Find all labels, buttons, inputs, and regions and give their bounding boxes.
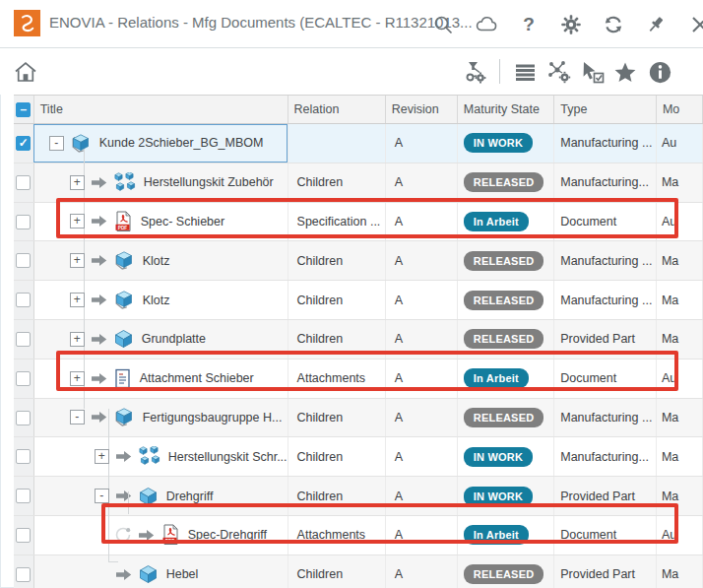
type-cell: Provided Part	[554, 555, 657, 588]
maturity-cell: In Arbeit	[457, 202, 553, 241]
modified-cell: Ma	[656, 163, 702, 202]
column-header-title[interactable]: Title	[33, 96, 288, 124]
expand-toggle-expanded[interactable]: -	[95, 489, 109, 503]
part-cube-icon	[113, 329, 134, 349]
row-title[interactable]: Attachment Schieber	[140, 371, 254, 385]
expand-toggle-expanded[interactable]: -	[49, 136, 64, 151]
select-all-header-cell: –	[14, 96, 33, 124]
relation-arrow-icon	[115, 568, 132, 581]
help-icon[interactable]: ?	[517, 13, 541, 36]
modified-cell: Ma	[656, 398, 702, 437]
row-checkbox[interactable]	[16, 528, 31, 543]
row-checkbox[interactable]	[16, 293, 31, 307]
row-checkbox[interactable]	[16, 411, 31, 425]
modified-cell: Ma	[656, 241, 702, 281]
column-header-type[interactable]: Type	[554, 96, 657, 124]
maturity-cell: In Arbeit	[457, 359, 553, 398]
maturity-cell: In Arbeit	[457, 515, 553, 555]
row-title[interactable]: Drehgriff	[166, 490, 214, 503]
expand-toggle-collapsed[interactable]: +	[70, 332, 85, 347]
row-checkbox-cell	[14, 398, 33, 437]
row-checkbox[interactable]	[16, 175, 31, 190]
type-cell: Manufacturing...	[554, 163, 657, 202]
info-icon[interactable]	[646, 58, 673, 86]
select-all-checkbox[interactable]: –	[16, 102, 31, 117]
expand-toggle-collapsed[interactable]: +	[70, 214, 85, 229]
pin-icon[interactable]	[644, 13, 668, 36]
document-file-icon	[113, 368, 132, 389]
column-header-maturity-state[interactable]: Maturity State	[457, 96, 553, 124]
title-cell: +PDFSpec- Schieber	[33, 202, 288, 241]
type-cell: Manufacturing ...	[554, 281, 657, 320]
column-header-relation[interactable]: Relation	[288, 96, 385, 124]
modified-cell: Au	[656, 515, 702, 555]
modified-cell: Ma	[656, 319, 702, 359]
relation-arrow-icon	[91, 254, 107, 267]
relation-cell: Children	[288, 398, 385, 437]
maturity-state-badge: IN WORK	[464, 447, 533, 467]
refresh-icon[interactable]	[602, 13, 625, 36]
row-title[interactable]: Kunde 2Schieber_BG_MBOM	[99, 136, 264, 150]
row-checkbox[interactable]	[16, 371, 31, 386]
toolbar-divider	[499, 59, 500, 84]
relation-arrow-icon	[91, 411, 107, 424]
type-cell: Manufacturing ...	[554, 124, 657, 163]
row-title[interactable]: Herstellungskit Zubehör	[144, 175, 274, 189]
row-title[interactable]: Fertigungsbaugruppe H...	[143, 411, 283, 425]
row-title[interactable]: Herstellungskit Schr...	[168, 450, 288, 464]
search-icon[interactable]	[431, 13, 455, 36]
column-header-revision[interactable]: Revision	[385, 96, 457, 124]
relation-arrow-icon	[115, 450, 132, 463]
app-title: ENOVIA - Relations - Mfg Documents (ECAL…	[49, 14, 473, 31]
relation-cell: Attachments	[288, 359, 385, 398]
row-title[interactable]: Spec- Schieber	[141, 215, 224, 229]
expand-toggle-expanded[interactable]: -	[70, 410, 85, 425]
row-checkbox-cell	[14, 555, 33, 588]
part-cube-icon	[138, 487, 159, 506]
expand-toggle-collapsed[interactable]: +	[95, 449, 109, 464]
row-checkbox[interactable]	[16, 253, 31, 268]
list-view-icon[interactable]	[511, 58, 539, 86]
filter-structure-icon[interactable]	[462, 58, 489, 86]
maturity-cell: RELEASED	[457, 163, 553, 202]
revision-cell: A	[385, 515, 457, 555]
row-checkbox-cell	[14, 437, 33, 477]
row-title[interactable]: Hebel	[166, 567, 199, 581]
row-title[interactable]: Grundplatte	[142, 332, 206, 346]
product-cube-icon	[113, 407, 135, 427]
type-cell: Document	[554, 515, 657, 555]
cloud-icon[interactable]	[475, 13, 498, 36]
column-header-mo[interactable]: Mo	[656, 96, 702, 124]
settings-gear-icon[interactable]	[559, 13, 583, 36]
close-icon[interactable]	[688, 13, 703, 36]
expand-toggle-collapsed[interactable]: +	[70, 253, 85, 268]
network-options-icon[interactable]	[545, 58, 573, 86]
expand-toggle-collapsed[interactable]: +	[70, 175, 85, 190]
title-cell: +Attachment Schieber	[33, 359, 288, 398]
row-checkbox[interactable]	[16, 332, 31, 347]
row-checkbox[interactable]	[16, 489, 31, 503]
row-checkbox[interactable]	[16, 215, 31, 229]
modified-cell: Ma	[656, 477, 702, 516]
table-row: +KlotzChildrenARELEASEDManufacturing ...…	[14, 241, 703, 281]
row-checkbox-cell	[14, 319, 33, 359]
expand-toggle-collapsed[interactable]: +	[70, 371, 85, 386]
home-icon[interactable]	[12, 58, 39, 86]
row-title[interactable]: Klotz	[143, 294, 170, 307]
revision-cell: A	[385, 202, 457, 241]
favorites-star-icon[interactable]	[611, 58, 639, 86]
row-title[interactable]: Klotz	[143, 254, 170, 268]
row-title[interactable]: Spec-Drehgriff	[188, 528, 267, 542]
maturity-state-badge: RELEASED	[464, 291, 544, 310]
title-cell: +Klotz	[33, 281, 288, 320]
select-mode-icon[interactable]	[579, 58, 607, 86]
row-checkbox[interactable]	[16, 449, 31, 464]
revision-cell: A	[385, 281, 457, 320]
relation-arrow-icon	[138, 529, 155, 542]
title-cell: -Drehgriff	[33, 477, 288, 516]
row-checkbox[interactable]	[16, 567, 31, 582]
revision-cell: A	[385, 319, 457, 359]
relation-arrow-icon	[115, 490, 132, 502]
row-checkbox[interactable]: ✓	[16, 136, 31, 151]
expand-toggle-collapsed[interactable]: +	[70, 293, 85, 307]
